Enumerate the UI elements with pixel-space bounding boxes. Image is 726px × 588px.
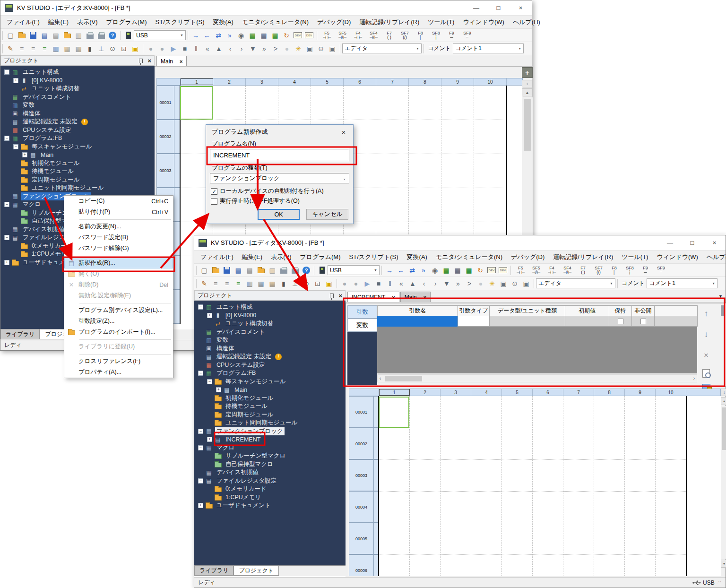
tree-item-row7[interactable]: ▤運転記録設定 未設定!	[0, 118, 155, 126]
context-menu-item-1[interactable]: コピー(C)Ctrl+C	[64, 196, 173, 207]
tree-item-row15[interactable]: ユニット間同期モジュール	[0, 184, 155, 192]
context-menu-item-17[interactable]: ライブラリに登録(U)	[64, 341, 173, 352]
monitor-write-icon[interactable]: »	[418, 265, 429, 276]
stop-icon[interactable]: ■	[373, 278, 384, 289]
tree-item-row19[interactable]: サブルーチン型マクロ	[194, 452, 346, 460]
menu-6[interactable]: 変換(A)	[403, 251, 432, 263]
probe-icon[interactable]: ⊥	[95, 43, 107, 54]
tree-item-row13[interactable]: 待機モジュール	[0, 167, 155, 176]
dialog-close-icon[interactable]: ×	[334, 128, 353, 136]
menu-12[interactable]: ヘルプ(H)	[509, 16, 544, 28]
save-all-icon[interactable]: ▤	[39, 30, 50, 41]
ladder-key-sf9[interactable]: SF9╌	[459, 30, 475, 41]
menu-11[interactable]: ウィンドウ(W)	[458, 16, 508, 28]
tree-item-row1[interactable]: −▥ユニット構成	[194, 303, 346, 311]
tree-item-row14[interactable]: 定周期モジュール	[0, 176, 155, 184]
context-menu-item-11[interactable]: 無効化 設定/解除(E)	[64, 290, 173, 301]
panel-tab-inactive[interactable]: プロジェクト	[233, 566, 279, 576]
editor-mode-select[interactable]: エディタ▼	[536, 278, 615, 288]
tree-item-row25[interactable]: +ユーザドキュメント	[194, 502, 346, 510]
splitter-handle[interactable]: ↕	[721, 389, 726, 396]
selected-cell[interactable]	[379, 397, 409, 428]
grid-a-icon[interactable]: ▦	[61, 43, 73, 54]
scroll-right-icon[interactable]: ›	[693, 376, 695, 381]
context-menu-item-6[interactable]: パスワード解除(G)	[64, 243, 173, 254]
device-grid-icon[interactable]: ▦	[269, 30, 281, 41]
move-up-icon[interactable]: ↑	[700, 308, 712, 320]
import-project-icon[interactable]	[255, 265, 267, 276]
device-monitor-2-icon[interactable]: DEV	[303, 30, 315, 41]
menu-11[interactable]: ウィンドウ(W)	[652, 251, 702, 263]
monitor-start-icon[interactable]: ⇄	[213, 30, 224, 41]
usb-connection-select[interactable]: USB▼	[328, 265, 380, 275]
save-icon[interactable]	[221, 265, 233, 276]
tree-item-row21[interactable]: ▦デバイス初期値	[194, 468, 346, 477]
tree-item-row22[interactable]: −▤ファイルレジスタ設定	[194, 477, 346, 485]
ladder-key-f4[interactable]: F4⊣ ⊢	[350, 30, 366, 41]
arg-row-cell-data-type[interactable]	[489, 316, 565, 327]
advance-icon[interactable]: >	[270, 43, 281, 54]
context-menu-item-13[interactable]: プログラム別デバイス設定(L)...	[64, 305, 173, 316]
arg-row-cell-extra[interactable]	[654, 316, 698, 327]
monitor-alert-icon[interactable]: ▣	[130, 43, 141, 54]
ladder-key-f9[interactable]: F9─	[638, 265, 653, 276]
export-project-icon[interactable]: ▥	[267, 265, 278, 276]
grid-b-icon[interactable]: ▦	[73, 43, 84, 54]
menu-9[interactable]: 運転記録/リプレイ(R)	[549, 251, 617, 263]
ladder-key-sf8[interactable]: SF8┆	[428, 30, 444, 41]
paste-program-icon[interactable]: ▤	[244, 265, 255, 276]
pause-icon[interactable]: ‖	[190, 43, 202, 54]
arg-row-cell-arg-name[interactable]	[377, 316, 458, 327]
mnemonic-list-icon[interactable]: ≡	[27, 43, 39, 54]
selected-cell[interactable]	[180, 86, 213, 120]
tree-item-increment[interactable]: +▤INCREMENT	[194, 435, 346, 444]
tree-expander-icon[interactable]: +	[22, 152, 27, 157]
context-menu-item-20[interactable]: プロパティ(A)...	[64, 367, 173, 378]
plc-to-pc-transfer-icon[interactable]: ←	[395, 265, 406, 276]
device-monitor-2-icon[interactable]: DEV	[497, 265, 509, 276]
context-menu-item-4[interactable]: 名前の変更(N)...	[64, 221, 173, 232]
edit-list-icon[interactable]: ≡	[39, 43, 50, 54]
pin-icon[interactable]	[139, 59, 143, 63]
context-menu-item-10[interactable]: ✕削除(D)Del	[64, 279, 173, 290]
ladder-key-sf5[interactable]: SF5⊣/⊢	[528, 265, 544, 276]
ladder-key-f9[interactable]: F9─	[444, 30, 459, 41]
context-menu-item-14[interactable]: 引数設定(Z)...	[64, 316, 173, 327]
arg-row-cell-arg-type[interactable]	[458, 316, 490, 327]
mnemonic-list-icon[interactable]: ≡	[221, 278, 233, 289]
usb-connection-select[interactable]: USB▼	[134, 30, 186, 40]
help-icon[interactable]: ?	[301, 265, 312, 276]
device-monitor-1-icon[interactable]: DEV	[486, 265, 497, 276]
ladder-key-f5[interactable]: F5⊣ ⊢	[319, 30, 335, 41]
scrollbar-thumb[interactable]	[524, 99, 531, 151]
tree-expander-icon[interactable]: −	[198, 371, 203, 376]
step-up-icon[interactable]: ▲	[213, 43, 225, 54]
grid-b-icon[interactable]: ▦	[267, 278, 278, 289]
comment-select[interactable]: コメント1▼	[647, 278, 717, 288]
rewind-icon[interactable]: «	[396, 278, 407, 289]
ladder-key-sf7[interactable]: SF7(/)	[397, 30, 413, 41]
print-preview-icon[interactable]	[289, 265, 301, 276]
play-icon[interactable]: ▶	[362, 278, 373, 289]
device-grid-icon[interactable]: ▦	[463, 265, 475, 276]
tree-expander-icon[interactable]: −	[4, 235, 9, 240]
scroll-up-button[interactable]: ▲	[522, 88, 533, 96]
tree-expander-icon[interactable]: +	[207, 437, 212, 442]
unit-editor-icon[interactable]: ▮	[278, 278, 289, 289]
instruction-list-icon[interactable]: ≡	[16, 43, 27, 54]
maximize-icon[interactable]: □	[681, 235, 703, 251]
tree-item-row2[interactable]: +▮[0] KV-8000	[194, 311, 346, 320]
panel-scrollbar-thumb[interactable]	[721, 305, 725, 316]
off-process-checkbox[interactable]	[211, 198, 217, 205]
panel-close-icon[interactable]: ×	[338, 292, 342, 299]
step-forward-icon[interactable]: ›	[430, 278, 441, 289]
scroll-up-button[interactable]: ▲	[721, 397, 726, 405]
context-menu-item-5[interactable]: パスワード設定(B)	[64, 232, 173, 243]
menu-5[interactable]: ST/スクリプト(S)	[151, 16, 209, 28]
tree-expander-icon[interactable]: +	[4, 260, 9, 265]
step-down-icon[interactable]: ▼	[441, 278, 452, 289]
monitor-alert-icon[interactable]: ▣	[323, 278, 335, 289]
watch-window-icon[interactable]: ▥	[50, 43, 61, 54]
ladder-key-f7[interactable]: F7( )	[575, 265, 591, 276]
cancel-button[interactable]: キャンセル	[306, 209, 348, 220]
